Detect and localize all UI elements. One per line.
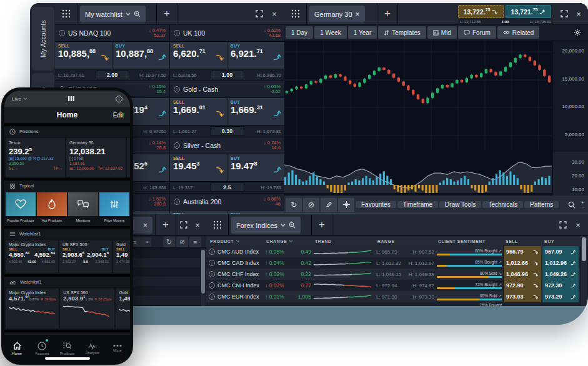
chart-buy-button[interactable]: 13,721.75 [506,5,551,18]
info-icon[interactable]: i [209,271,215,277]
search-icon[interactable] [564,198,580,212]
close-icon[interactable]: × [192,220,202,230]
buy-price-box[interactable]: BUY 19.478 [227,154,284,181]
sell-price-box[interactable]: SELL 1,669.01 [170,98,227,125]
col-trend[interactable]: TREND [315,236,332,246]
timeframe-1year-button[interactable]: 1 Year [348,26,377,39]
nav-home[interactable]: Home [4,335,29,362]
watchlist-section-header[interactable]: Watchlist1 [4,277,130,287]
forex-table-row[interactable]: iCMC CNH Index ↓ 0.07% 0.77 L: 972.64H: … [206,280,580,291]
forex-table-row[interactable]: iCMC CHF Index ↑ 0.02% 0.22 L: 1,049.15H… [206,269,580,280]
close-icon[interactable]: × [146,239,149,245]
nav-more[interactable]: More [105,335,130,362]
panel-grid-icon[interactable] [55,3,77,24]
expand-icon[interactable] [559,9,569,19]
zoom-stepper[interactable]: +− [581,200,587,209]
crosshair-icon[interactable] [338,198,354,212]
add-tab-button[interactable]: + [155,214,176,235]
info-icon[interactable]: i [174,86,180,92]
patterns-button[interactable]: Patterns [524,201,559,208]
buy-price-box[interactable]: BUY 1,669.31 [227,98,284,125]
buy-price-box[interactable]: BUY 10,887,88 [112,42,169,69]
col-sell[interactable]: SELL [506,236,518,246]
instrument-name-row[interactable]: i Silver - Cash ↓ 0.74% 14.6 [170,137,284,154]
tile-mentions[interactable]: Mentions [68,192,98,225]
close-tab-icon[interactable]: × [356,10,360,19]
col-product[interactable]: PRODUCT [210,236,240,246]
col-buy[interactable]: BUY [544,236,554,246]
col-range[interactable]: RANGE [377,236,395,246]
close-icon[interactable]: × [269,9,279,19]
tile-popular-products[interactable]: Popular Products [6,192,36,225]
forex-table-row[interactable]: iCMC CAD Index ↑ 0.04% 0.42 L: 1,012.32H… [206,257,580,269]
tile-hot-products[interactable]: Hot Products [37,192,67,225]
buy-price-box[interactable]: BUY [227,210,284,214]
position-card[interactable]: Maj 4, [B] 5 151 S [127,138,130,177]
clear-drawings-icon[interactable]: ⊘ [303,198,319,212]
pencil-icon[interactable] [321,198,337,212]
col-client-sentiment[interactable]: CLIENT SENTIMENT [438,236,486,246]
instrument-name-row[interactable]: i UK 100 ↓ 0.62% 43.68 [170,25,284,41]
chart-settings-button[interactable] [568,26,587,39]
add-tab-button[interactable]: + [156,3,177,24]
chart-tab[interactable]: Germany 30 × [309,6,365,22]
info-icon[interactable]: i [59,30,65,36]
expand-icon[interactable] [179,220,189,230]
add-tab-button[interactable]: + [377,3,398,24]
filter-chip[interactable]: s× [131,237,151,247]
info-icon[interactable]: i [174,199,180,205]
sell-price-button[interactable]: 1,012.66 [503,257,541,269]
info-icon[interactable]: i [116,96,122,102]
timeframe-button[interactable]: Timeframe [397,201,438,208]
instrument-name-row[interactable]: i Australia 200 ↓ 0.68% 46 [170,194,284,210]
quote-card[interactable]: US SPX 500 SELLBUY 2,903.66 2,904.16 2,9… [59,240,112,273]
sidebar-tab-my-accounts[interactable]: My Accounts [32,7,54,71]
info-icon[interactable]: i [209,260,215,266]
sell-price-button[interactable]: 972.90 [503,280,541,291]
close-tab-icon[interactable]: × [143,221,147,230]
refresh-icon[interactable]: ↻ [163,237,175,247]
buy-price-button[interactable]: 1,012.96 [542,257,579,269]
tile-price-movers[interactable]: Price Movers [99,192,129,225]
watchlist-section-header[interactable]: Watchlist1 [4,229,130,239]
app-switcher-icon[interactable] [67,96,75,102]
draw-tools-button[interactable]: Draw Tools [439,201,481,208]
spark-card[interactable]: Gold 1,494.8 [116,289,130,329]
check-circle-icon[interactable]: ⊘ [176,237,188,247]
buy-price-box[interactable]: BUY 6,921.71 [227,42,284,69]
instrument-name-row[interactable]: i US NDAQ 100 ↓ 0.47% 52.37 [55,25,169,41]
spark-card[interactable]: Major Crypto Index 4,571.64 0.87% ▼ 39.9… [6,289,59,329]
expand-icon[interactable] [558,220,568,230]
list-view-icon[interactable]: ≡ [189,237,201,247]
quote-card[interactable]: Gold SELLBUY 1,49 1,474.39 [113,240,130,273]
forex-tab[interactable]: Forex Indices [231,217,301,234]
info-icon[interactable]: i [209,249,215,255]
info-icon[interactable]: i [174,30,180,36]
col-change[interactable]: CHANGE [266,236,293,246]
instrument-name-row[interactable]: i Gold - Cash ↑ 0.03% 0.62 [170,81,284,97]
info-icon[interactable]: i [209,294,215,300]
forum-button[interactable]: Forum [458,26,496,39]
close-icon[interactable]: × [573,220,583,230]
spark-card[interactable]: US SPX 500 2,903.91 1.3% ▼ 38.25pts [60,289,114,329]
refresh-icon[interactable]: ↻ [286,198,302,212]
sell-price-button[interactable]: 973.03 [503,291,541,302]
related-button[interactable]: Related [497,26,539,39]
info-icon[interactable]: i [209,282,215,289]
quote-card[interactable]: Major Crypto Index SELLBUY 4,550.84 4,59… [6,240,58,273]
position-card[interactable]: Tesco 239.25 [B] 15,000 @ %@ 217.33 3,28… [6,138,65,177]
sell-price-box[interactable]: SELL 19.453 [170,154,227,181]
account-mode-selector[interactable]: Live [12,96,27,102]
sell-price-box[interactable]: SELL 10,885,88 [55,42,112,69]
scrollbar[interactable] [581,236,587,306]
forex-table-row[interactable]: iCMC EUR Index ↑ 0.01% 1.005 L: 971.88H:… [206,291,580,302]
chart-plot-area[interactable]: 20,000.0015,000.0010,000.005,000.00 30.0… [284,41,588,197]
favourites-button[interactable]: Favourites [356,201,396,208]
expand-icon[interactable] [254,9,264,19]
timeframe-1week-button[interactable]: 1 Week [314,26,347,39]
sell-price-box[interactable]: SELL 6,620.71 [170,42,227,69]
hidden-tab[interactable]: × [130,217,152,234]
timeframe-1day-button[interactable]: 1 Day [286,26,313,39]
positions-section-header[interactable]: Positions [4,126,130,137]
sell-price-button[interactable]: 966.79 [503,246,541,257]
